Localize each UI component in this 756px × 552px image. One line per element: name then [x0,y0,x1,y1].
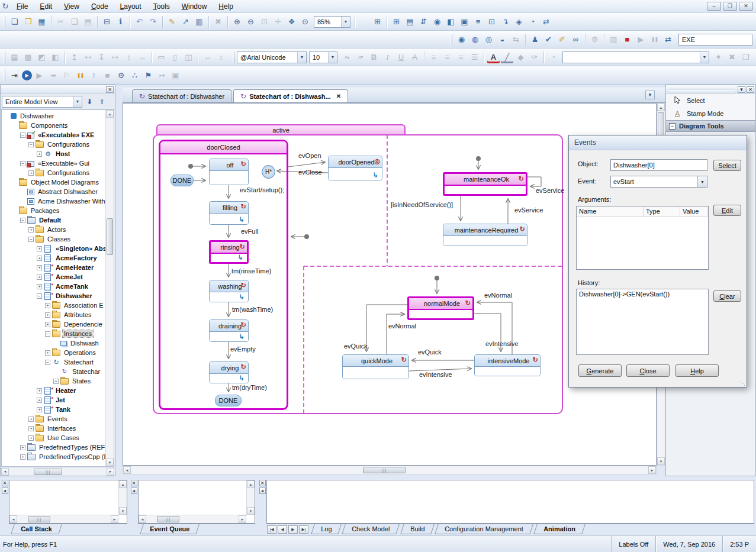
tree-item-acmejet[interactable]: +AcmeJet [2,272,105,282]
locate-in-browser-icon[interactable]: ∞ [570,34,582,46]
tab-call-stack[interactable]: Call Stack [11,524,62,534]
tree-item-events[interactable]: +Events [2,414,105,424]
chevron-down-icon[interactable]: ▼ [297,52,306,63]
tree-item-object-model-diagrams[interactable]: Object Model Diagrams [2,177,105,187]
tree-vertical-scrollbar[interactable]: ▲ ▼ [105,110,114,466]
font-color-icon[interactable]: A [487,51,500,63]
event-combo[interactable]: evStart ▼ [610,176,707,188]
scroll-right-icon[interactable]: ► [111,515,118,523]
tree-expander-icon[interactable]: + [28,170,34,176]
webify-icon[interactable]: ▣ [169,69,182,81]
close-tools-button[interactable]: ✕ [747,86,754,93]
tree-item-heater[interactable]: +Heater [2,386,105,395]
scroll-right-icon[interactable]: ► [648,466,656,474]
state-maintenanceok-current[interactable]: maintenanceOk ↻ [443,172,527,196]
list-icon[interactable]: ☰ [468,51,481,63]
toolbar-grip[interactable] [4,69,5,81]
scroll-right-icon[interactable]: ► [239,515,246,523]
call-stack-content[interactable]: ▲ ▼ ◄ ||| ► [9,480,127,524]
show-sequence-icon[interactable]: ≡ [472,16,484,28]
tree-item-acmefactory[interactable]: +AcmeFactory [2,253,105,263]
tree-expander-icon[interactable]: + [53,379,59,384]
undo-icon[interactable]: ↶ [133,16,146,28]
strikethrough-icon[interactable]: A [408,51,421,63]
collapse-panel-icon[interactable]: ◂ [2,488,8,494]
tree-expander-icon[interactable]: + [45,322,50,327]
tree-item-default[interactable]: −Default [2,215,105,225]
state-quickmode[interactable]: quickMode ↻ [342,354,409,379]
fit-to-window-icon[interactable]: ❖ [285,16,298,28]
tree-expander-icon[interactable]: + [28,435,34,441]
go-icon[interactable]: ▶ [22,70,32,80]
same-width-icon[interactable]: ▭ [155,51,168,63]
menu-layout[interactable]: Layout [114,1,147,13]
align-left-edge-icon[interactable]: ↤ [82,51,94,63]
zoom-in-icon[interactable]: ⊕ [231,16,243,28]
tool-select[interactable]: Select [666,94,755,107]
tree-expander-icon[interactable]: + [37,388,42,393]
space-down-icon[interactable]: ↕ [215,51,227,63]
tree-expander-icon[interactable]: − [20,161,25,166]
go-idle-icon[interactable]: ▶ [33,69,46,81]
breakpoint-icon[interactable]: ! [88,69,100,81]
info-icon[interactable]: ℹ [114,16,127,28]
show-favorites-icon[interactable]: ◈ [513,16,525,28]
tree-item-attributes[interactable]: +Attributes [2,310,105,319]
state-rinsing-current[interactable]: rinsing ↻ ↳ [209,240,249,264]
tree-expander-icon[interactable]: + [37,407,42,412]
tree-expander-icon[interactable]: + [37,246,42,251]
bold-icon[interactable]: B [368,51,380,63]
scroll-down-icon[interactable]: ▼ [247,507,255,515]
tree-item-abstract-dishwasher[interactable]: Abstract Dishwasher [2,187,105,196]
menu-view[interactable]: View [58,1,85,13]
select-object-button[interactable]: Select [713,160,741,171]
menu-edit[interactable]: Edit [34,1,58,13]
refresh-model-icon[interactable]: ⇵ [417,16,430,28]
pan-icon[interactable]: ✛ [272,16,284,28]
tree-item-dishwasher[interactable]: −Dishwasher [2,291,105,301]
state-filling[interactable]: filling ↻ ↳ [209,201,249,225]
menu-tools[interactable]: Tools [147,1,176,13]
open-in-new-window-icon[interactable]: ↗ [179,16,192,28]
command-prompt-icon[interactable]: ⚐ [60,69,73,81]
roundtrip-icon[interactable]: ⇆ [510,34,522,46]
tree-item-predefinedtypescpp-r[interactable]: +PredefinedTypesCpp (R [2,452,105,461]
chevron-down-icon[interactable]: ▼ [341,17,350,27]
tree-item-statechar[interactable]: ↻Statechar [2,367,105,376]
tree-expander-icon[interactable]: + [37,256,42,261]
quick-search-combo[interactable]: ▼ [562,51,709,63]
diagram-tools-header[interactable]: − Diagram Tools [666,120,755,132]
align-left-icon[interactable]: ≡ [427,51,440,63]
same-size-icon[interactable]: ◫ [182,51,195,63]
show-gauges-icon[interactable]: ◔ [526,16,539,28]
close-panel-icon[interactable]: ✕ [259,480,266,486]
tree-item-interfaces[interactable]: +Interfaces [2,424,105,433]
first-tab-icon[interactable]: |◀ [267,525,276,534]
save-icon[interactable]: ▦ [36,16,48,28]
line-color-icon[interactable]: ╱ [501,51,513,63]
tree-expander-icon[interactable]: + [45,312,50,318]
distribute-vertical-icon[interactable]: ↨ [123,51,135,63]
underline-icon[interactable]: U [395,51,407,63]
tree-expander-icon[interactable]: + [37,398,42,403]
delete-icon[interactable]: ✖ [212,16,224,28]
align-center-icon[interactable]: ≡ [441,51,453,63]
tree-item-dishwasher[interactable]: Dishwasher [2,111,105,121]
done-connector-bottom[interactable]: DONE [215,395,242,406]
show-structure-icon[interactable]: ▣ [458,16,471,28]
chevron-down-icon[interactable]: ▼ [700,52,709,63]
move-up-icon[interactable]: ⬆ [96,96,107,107]
tree-item-use-cases[interactable]: +Use Cases [2,433,105,443]
scrollbar-thumb[interactable]: ||| [363,467,406,473]
align-bottom-icon[interactable]: ↧ [95,51,108,63]
grid-icon[interactable]: ▦ [8,51,21,63]
collapse-panel-icon[interactable]: ◂ [259,488,266,494]
switch-configuration-icon[interactable]: ⇄ [662,34,674,46]
paste-icon[interactable]: ▤ [82,16,94,28]
tree-item-acme-dishwasher-with[interactable]: Acme Dishwasher With [2,196,105,206]
arguments-table[interactable]: NameTypeValue [576,206,709,270]
menu-file[interactable]: File [11,1,34,13]
clean-code-icon[interactable]: ✐ [556,34,568,46]
tree-expander-icon[interactable]: + [28,417,34,422]
tree-expander-icon[interactable]: + [37,284,42,289]
